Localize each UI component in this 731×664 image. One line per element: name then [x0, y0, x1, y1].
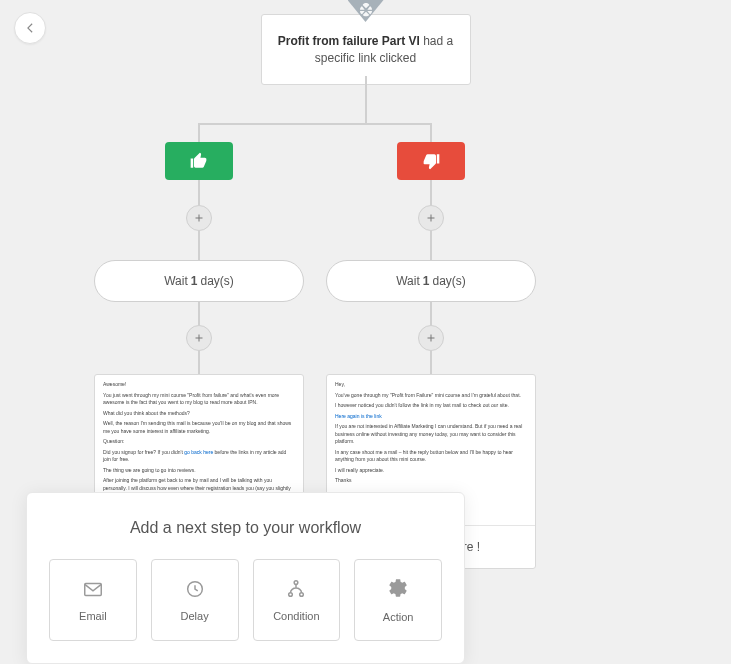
option-label: Email — [79, 610, 107, 622]
modal-options-row: Email Delay Condition Action — [49, 559, 442, 641]
add-step-button[interactable] — [418, 205, 444, 231]
email-link: Here again is the link — [335, 413, 382, 419]
add-step-button[interactable] — [418, 325, 444, 351]
trigger-title: Profit from failure Part VI — [278, 34, 420, 48]
wait-prefix: Wait — [396, 274, 420, 288]
option-label: Delay — [181, 610, 209, 622]
wait-suffix: day(s) — [432, 274, 465, 288]
back-button[interactable] — [14, 12, 46, 44]
option-email[interactable]: Email — [49, 559, 137, 641]
svg-point-2 — [295, 581, 299, 585]
option-condition[interactable]: Condition — [253, 559, 341, 641]
thumbs-up-icon — [189, 151, 209, 171]
email-preview-body: Awesome! You just went through my mini c… — [95, 375, 303, 505]
delay-node[interactable]: Wait 1 day(s) — [326, 260, 536, 302]
plus-icon — [193, 332, 205, 344]
plus-icon — [425, 332, 437, 344]
wait-suffix: day(s) — [200, 274, 233, 288]
branch-yes-button[interactable] — [165, 142, 233, 180]
svg-rect-0 — [85, 584, 102, 596]
trigger-node[interactable]: Profit from failure Part VI had a specif… — [261, 14, 471, 85]
email-link: go back here — [184, 449, 213, 455]
gear-icon — [387, 577, 409, 599]
option-label: Condition — [273, 610, 319, 622]
modal-title: Add a next step to your workflow — [49, 519, 442, 537]
wait-count: 1 — [191, 274, 198, 288]
branch-icon — [285, 578, 307, 600]
plus-icon — [425, 212, 437, 224]
workflow-canvas: Profit from failure Part VI had a specif… — [0, 0, 731, 664]
plus-icon — [193, 212, 205, 224]
add-step-button[interactable] — [186, 205, 212, 231]
connector — [199, 123, 431, 125]
wait-prefix: Wait — [164, 274, 188, 288]
arrow-left-icon — [23, 21, 37, 35]
add-step-modal: Add a next step to your workflow Email D… — [26, 492, 465, 664]
branch-no-button[interactable] — [397, 142, 465, 180]
wait-count: 1 — [423, 274, 430, 288]
email-icon — [82, 578, 104, 600]
clock-icon — [184, 578, 206, 600]
connector — [365, 76, 367, 124]
option-delay[interactable]: Delay — [151, 559, 239, 641]
delay-node[interactable]: Wait 1 day(s) — [94, 260, 304, 302]
svg-point-4 — [300, 593, 304, 597]
add-step-button[interactable] — [186, 325, 212, 351]
thumbs-down-icon — [421, 151, 441, 171]
svg-point-3 — [289, 593, 293, 597]
connector — [198, 123, 200, 143]
option-label: Action — [383, 611, 414, 623]
connector — [430, 123, 432, 143]
option-action[interactable]: Action — [354, 559, 442, 641]
